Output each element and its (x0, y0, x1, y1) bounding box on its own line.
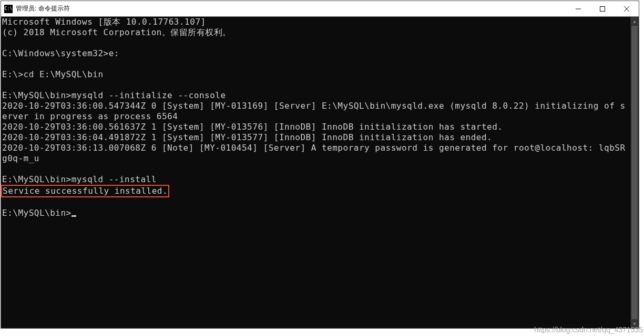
svg-rect-1 (600, 6, 605, 11)
close-button[interactable] (615, 1, 639, 17)
terminal-output[interactable]: Microsoft Windows [版本 10.0.17763.107] (c… (1, 17, 630, 328)
scrollbar[interactable]: ▲ ▼ (630, 17, 639, 328)
minimize-button[interactable] (566, 1, 590, 17)
scroll-up-button[interactable]: ▲ (630, 17, 639, 26)
titlebar[interactable]: C:\ 管理员: 命令提示符 (1, 1, 639, 17)
command-prompt-window: C:\ 管理员: 命令提示符 Microsoft Windows [版本 10.… (1, 1, 639, 329)
cmd-icon: C:\ (4, 5, 13, 13)
scroll-thumb[interactable] (631, 26, 638, 319)
scroll-down-button[interactable]: ▼ (630, 319, 639, 328)
svg-line-3 (624, 6, 629, 12)
cursor (71, 215, 76, 217)
window-title: 管理员: 命令提示符 (16, 4, 70, 13)
maximize-button[interactable] (590, 1, 615, 17)
highlighted-output: Service successfully installed. (1, 185, 169, 197)
svg-line-2 (624, 6, 629, 12)
